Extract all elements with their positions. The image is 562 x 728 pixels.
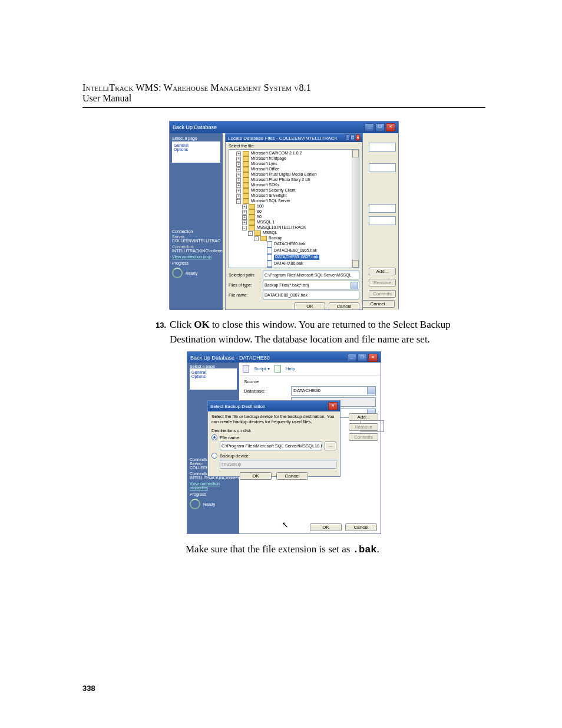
expand-icon[interactable]: + xyxy=(236,162,241,167)
tree-folder[interactable]: -Microsoft SQL Server xyxy=(230,199,358,204)
browse-button[interactable]: ... xyxy=(325,442,336,450)
expand-icon[interactable]: + xyxy=(236,167,241,172)
ss2-close-icon[interactable]: × xyxy=(368,354,378,362)
help-link[interactable]: Help xyxy=(286,366,295,371)
ss2-cancel-button[interactable]: Cancel xyxy=(345,523,377,531)
ss2-sidebar-item-general[interactable]: General xyxy=(191,370,235,374)
files-of-type-dropdown[interactable]: Backup Files(*.bak;*.trn) xyxy=(263,281,359,289)
tree-folder[interactable]: +Microsoft SDKs xyxy=(230,183,358,188)
expand-icon[interactable]: + xyxy=(236,173,241,177)
screenshot-locate-db-files: Back Up Database _ □ × Select a page Gen… xyxy=(169,121,399,309)
expand-icon[interactable]: - xyxy=(254,236,259,241)
expand-icon[interactable]: + xyxy=(242,215,247,220)
dlg-minimize-icon[interactable]: _ xyxy=(346,134,349,141)
ss2-maximize-icon[interactable]: □ xyxy=(358,354,367,362)
inner2-cancel-button[interactable]: Cancel xyxy=(276,472,308,480)
file-name-label: File name: xyxy=(229,293,260,297)
tree-folder[interactable]: -MSSQL10.INTELLITRACK xyxy=(230,225,358,230)
tree-item-label: Microsoft Silverlight xyxy=(251,193,287,199)
dlg-ok-button[interactable]: OK xyxy=(295,302,325,310)
close-icon[interactable]: × xyxy=(386,123,395,131)
tree-folder[interactable]: +Microsoft Plus! Photo Story 2 LE xyxy=(230,177,358,183)
ss2-titlebar: Back Up Database - DATACHE80 _ □ × xyxy=(187,352,381,364)
inner2-description: Select the file or backup device for the… xyxy=(211,414,336,424)
expand-icon[interactable]: + xyxy=(242,205,247,209)
expand-icon[interactable]: - xyxy=(242,226,247,230)
add-button[interactable]: Add... xyxy=(369,268,396,275)
tree-folder[interactable]: +Microsoft Plus! Digital Media Edition xyxy=(230,172,358,177)
text-field-1[interactable] xyxy=(369,204,396,213)
expand-icon[interactable]: - xyxy=(236,199,241,204)
tree-folder[interactable]: +90 xyxy=(230,215,358,220)
tree-folder[interactable]: +MSSQL.1 xyxy=(230,220,358,225)
source-header: Source xyxy=(244,379,376,384)
file-path-field[interactable]: C:\Program Files\Microsoft SQL Server\MS… xyxy=(220,442,322,450)
ss2-add-button[interactable]: Add... xyxy=(349,413,378,421)
tree-folder[interactable]: +Microsoft Security Client xyxy=(230,188,358,193)
expand-icon[interactable]: + xyxy=(236,194,241,199)
bak-code: .bak xyxy=(353,544,377,555)
outer-cancel-button[interactable]: Cancel xyxy=(361,300,395,308)
expand-icon[interactable]: + xyxy=(242,220,247,225)
dlg-cancel-button[interactable]: Cancel xyxy=(329,302,359,310)
tree-folder[interactable]: +Microsoft CAPICOM 2.1.0.2 xyxy=(230,151,358,156)
dialog-title: Locate Database Files - COLLEENVINTELLIT… xyxy=(228,136,338,141)
inner2-close-icon[interactable]: × xyxy=(328,402,338,410)
tree-file[interactable]: DATACHE80.bak xyxy=(230,241,358,248)
view-connection-link[interactable]: View connection prop xyxy=(172,255,220,259)
script-link[interactable]: Script ▾ xyxy=(254,366,270,371)
database-label: Database: xyxy=(244,388,291,394)
step-text-suffix: to close this window. You are returned t… xyxy=(170,319,451,345)
tree-folder[interactable]: -Backup xyxy=(230,236,358,241)
tree-folder[interactable]: +Microsoft Silverlight xyxy=(230,193,358,199)
expand-icon[interactable]: + xyxy=(236,189,241,193)
file-tree[interactable]: +Microsoft CAPICOM 2.1.0.2+Microsoft fro… xyxy=(229,149,359,268)
tree-scrollbar[interactable] xyxy=(352,150,359,268)
text-field-2[interactable] xyxy=(369,216,396,225)
tree-folder[interactable]: +Microsoft frontpage xyxy=(230,156,358,162)
selected-path-field[interactable]: C:\Program Files\Microsoft SQL Server\MS… xyxy=(263,271,359,279)
dlg-close-icon[interactable]: × xyxy=(356,134,360,141)
ss2-minimize-icon[interactable]: _ xyxy=(347,354,356,362)
file-name-radio[interactable] xyxy=(211,434,217,440)
ss2-view-connection-link[interactable]: View connection properties xyxy=(190,482,237,490)
step-text-prefix: Click xyxy=(170,319,194,330)
tree-item-label: Microsoft Plus! Digital Media Edition xyxy=(251,172,317,177)
tree-folder[interactable]: +80 xyxy=(230,209,358,215)
expand-icon[interactable]: + xyxy=(236,157,241,162)
tree-folder[interactable]: +Microsoft Office xyxy=(230,167,358,172)
tree-file[interactable]: DATAINE80.bak xyxy=(230,267,358,268)
tree-item-label: DATACHE80_0807.bak xyxy=(274,255,319,260)
sidebar-item-general[interactable]: General xyxy=(174,143,219,147)
ss2-ok-button[interactable]: OK xyxy=(310,523,342,531)
folder-icon xyxy=(249,215,255,220)
sidebar-item-options[interactable]: Options xyxy=(174,147,219,151)
tree-file[interactable]: DATACHE80_0805.bak xyxy=(230,248,358,254)
dropdown-field-2[interactable] xyxy=(369,163,396,172)
outer-title: Back Up Database xyxy=(173,124,217,130)
ss2-sidebar-item-options[interactable]: Options xyxy=(191,374,235,378)
file-name-field[interactable]: DATACHE80_0807.bak xyxy=(263,291,359,299)
dropdown-field-1[interactable] xyxy=(369,143,396,151)
mouse-cursor-icon: ↖ xyxy=(282,520,289,529)
server-label: Server: xyxy=(172,235,220,239)
expand-icon[interactable]: + xyxy=(236,183,241,188)
ss2-progress-header: Progress xyxy=(190,492,237,496)
folder-icon xyxy=(243,199,249,204)
dlg-maximize-icon[interactable]: □ xyxy=(351,134,355,141)
expand-icon[interactable]: + xyxy=(236,178,241,183)
backup-device-radio[interactable] xyxy=(211,453,217,459)
tree-item-label: DATACHE80_0805.bak xyxy=(274,248,317,253)
expand-icon[interactable]: + xyxy=(236,151,241,156)
expand-icon[interactable]: + xyxy=(242,210,247,215)
maximize-icon[interactable]: □ xyxy=(375,123,385,131)
tree-folder[interactable]: +Microsoft Lync xyxy=(230,162,358,167)
database-dropdown[interactable]: DATACHE80 xyxy=(291,386,376,396)
tree-folder[interactable]: +100 xyxy=(230,204,358,209)
inner2-ok-button[interactable]: OK xyxy=(240,472,272,480)
tree-folder[interactable]: -MSSQL xyxy=(230,230,358,236)
tree-file[interactable]: DATAFIX80.bak xyxy=(230,261,358,267)
expand-icon[interactable]: - xyxy=(248,231,253,236)
minimize-icon[interactable]: _ xyxy=(365,123,374,131)
tree-file[interactable]: DATACHE80_0807.bak xyxy=(230,254,358,261)
